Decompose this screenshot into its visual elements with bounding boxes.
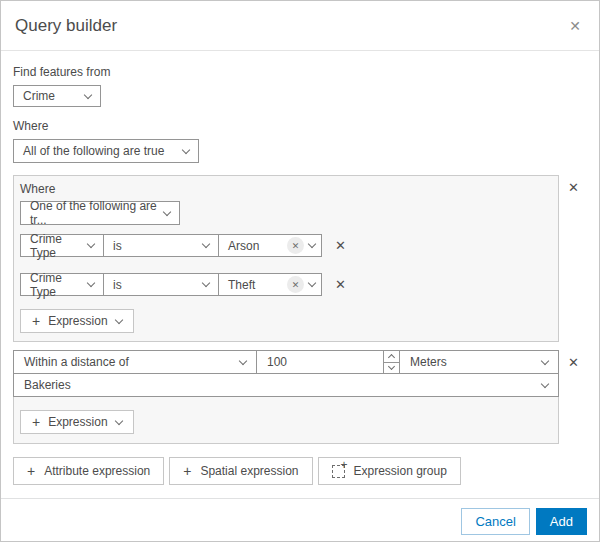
add-spatial-expression-button[interactable]: + Spatial expression xyxy=(169,457,312,485)
field-select[interactable]: Crime Type xyxy=(20,234,104,257)
clear-value-icon[interactable]: ✕ xyxy=(287,237,304,254)
distance-value: 100 xyxy=(257,355,287,369)
spatial-criteria-row: Within a distance of 100 Meters xyxy=(13,350,559,374)
operator-select-value: is xyxy=(113,278,122,292)
spatial-layer-value: Bakeries xyxy=(24,378,71,392)
dialog-body: Find features from Crime Where All of th… xyxy=(1,51,599,485)
value-combobox[interactable]: Theft ✕ xyxy=(218,273,322,296)
operator-select[interactable]: is xyxy=(103,273,219,296)
value-combobox-value: Theft xyxy=(228,278,255,292)
group-combine-value: One of the following are tr... xyxy=(30,199,164,227)
chevron-down-icon xyxy=(114,416,122,424)
stepper-up-icon[interactable] xyxy=(384,351,399,363)
combine-select[interactable]: All of the following are true xyxy=(13,139,199,163)
chevron-down-icon xyxy=(84,90,92,98)
field-select[interactable]: Crime Type xyxy=(20,273,104,296)
group-where-label: Where xyxy=(20,182,552,196)
attribute-expression-group: Where One of the following are tr... Cri… xyxy=(13,175,559,342)
units-select[interactable]: Meters xyxy=(399,350,559,374)
dialog-header: Query builder ✕ xyxy=(1,1,599,51)
expression-group-icon: + xyxy=(332,465,345,478)
add-spatial-expression-label: Spatial expression xyxy=(200,464,298,478)
spatial-mode-value: Within a distance of xyxy=(24,355,129,369)
plus-icon: + xyxy=(32,314,40,328)
close-icon[interactable]: ✕ xyxy=(567,17,583,35)
chevron-down-icon xyxy=(202,240,210,248)
clear-value-icon[interactable]: ✕ xyxy=(287,276,304,293)
remove-expression-icon[interactable]: ✕ xyxy=(335,239,346,252)
chevron-down-icon xyxy=(87,240,95,248)
remove-expression-icon[interactable]: ✕ xyxy=(335,278,346,291)
dialog-title: Query builder xyxy=(15,16,117,36)
units-select-value: Meters xyxy=(410,355,447,369)
number-stepper xyxy=(383,351,399,373)
plus-icon: + xyxy=(27,464,35,478)
expression-row: Crime Type is Arson ✕ ✕ xyxy=(20,234,552,257)
operator-select[interactable]: is xyxy=(103,234,219,257)
add-attribute-expression-label: Attribute expression xyxy=(44,464,150,478)
group-combine-select[interactable]: One of the following are tr... xyxy=(20,201,180,225)
chevron-down-icon xyxy=(182,145,190,153)
value-combobox[interactable]: Arson ✕ xyxy=(218,234,322,257)
chevron-down-icon xyxy=(308,279,316,287)
chevron-down-icon xyxy=(163,207,171,215)
value-combobox-value: Arson xyxy=(228,239,259,253)
chevron-down-icon xyxy=(541,356,549,364)
add-expression-label: Expression xyxy=(48,314,107,328)
spatial-group-row: Within a distance of 100 Meters xyxy=(13,350,587,444)
add-expression-group-button[interactable]: + Expression group xyxy=(318,457,461,485)
add-button[interactable]: Add xyxy=(536,508,587,535)
stepper-down-icon[interactable] xyxy=(384,363,399,374)
spatial-expression-group: Within a distance of 100 Meters xyxy=(13,350,559,444)
spatial-layer-row: Bakeries xyxy=(13,373,559,397)
attribute-group-row: Where One of the following are tr... Cri… xyxy=(13,175,587,342)
query-builder-dialog: Query builder ✕ Find features from Crime… xyxy=(0,0,600,542)
chevron-down-icon xyxy=(239,356,247,364)
chevron-down-icon xyxy=(541,379,549,387)
add-expression-group-label: Expression group xyxy=(354,464,447,478)
remove-group-icon[interactable]: ✕ xyxy=(568,181,579,194)
layer-select[interactable]: Crime xyxy=(13,85,101,107)
distance-input[interactable]: 100 xyxy=(256,350,400,374)
plus-icon: + xyxy=(32,415,40,429)
spatial-layer-select[interactable]: Bakeries xyxy=(13,373,559,397)
dialog-footer: Cancel Add xyxy=(1,498,599,542)
find-features-label: Find features from xyxy=(13,65,587,79)
add-expression-button[interactable]: + Expression xyxy=(20,410,134,434)
add-buttons-row: + Attribute expression + Spatial express… xyxy=(13,457,587,485)
where-label: Where xyxy=(13,119,587,133)
expression-row: Crime Type is Theft ✕ ✕ xyxy=(20,273,552,296)
field-select-value: Crime Type xyxy=(30,232,88,260)
combine-select-value: All of the following are true xyxy=(23,144,164,158)
field-select-value: Crime Type xyxy=(30,271,88,299)
add-expression-button[interactable]: + Expression xyxy=(20,309,134,333)
spatial-mode-select[interactable]: Within a distance of xyxy=(13,350,257,374)
remove-group-icon[interactable]: ✕ xyxy=(568,356,579,369)
chevron-down-icon xyxy=(114,315,122,323)
chevron-down-icon xyxy=(87,279,95,287)
operator-select-value: is xyxy=(113,239,122,253)
plus-icon: + xyxy=(183,464,191,478)
layer-select-value: Crime xyxy=(23,89,55,103)
chevron-down-icon xyxy=(308,240,316,248)
add-expression-label: Expression xyxy=(48,415,107,429)
cancel-button[interactable]: Cancel xyxy=(461,508,529,535)
add-attribute-expression-button[interactable]: + Attribute expression xyxy=(13,457,164,485)
chevron-down-icon xyxy=(202,279,210,287)
